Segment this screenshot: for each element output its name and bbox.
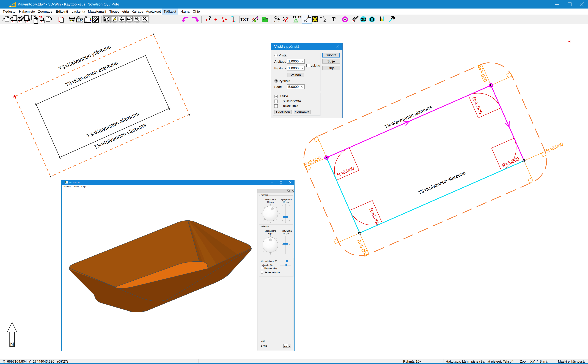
svg-text:12: 12	[298, 16, 301, 19]
svg-text:R=5.000: R=5.000	[356, 239, 368, 258]
svg-text:R=5.000: R=5.000	[545, 142, 564, 154]
svg-text:?: ?	[39, 14, 42, 20]
svg-text:1:50: 1:50	[77, 19, 83, 22]
svg-text:TXT: TXT	[240, 17, 249, 22]
svg-text:T3=Kaivannon alareuna: T3=Kaivannon alareuna	[86, 110, 140, 139]
svg-text:T: T	[332, 16, 335, 23]
svg-text:3D: 3D	[361, 17, 366, 22]
svg-text:R=5.000: R=5.000	[368, 207, 381, 226]
svg-text:T3=Kaivannon yläreuna: T3=Kaivannon yläreuna	[93, 122, 147, 150]
svg-text:m²: m²	[263, 18, 266, 21]
svg-text:R=5.000: R=5.000	[476, 64, 488, 83]
svg-text:B: B	[254, 19, 256, 22]
svg-text:X Y Z: X Y Z	[274, 20, 280, 23]
svg-text:T3=Kaivannon alareuna: T3=Kaivannon alareuna	[418, 170, 466, 195]
svg-text:T3=Kaivannon alareuna: T3=Kaivannon alareuna	[384, 104, 433, 130]
svg-text:?: ?	[208, 15, 211, 21]
svg-text:R=5.000: R=5.000	[303, 155, 322, 168]
svg-text:N: N	[10, 341, 14, 347]
svg-text:21: 21	[308, 15, 311, 18]
svg-text:R=5.000: R=5.000	[336, 165, 355, 178]
svg-text:A: A	[252, 17, 254, 20]
